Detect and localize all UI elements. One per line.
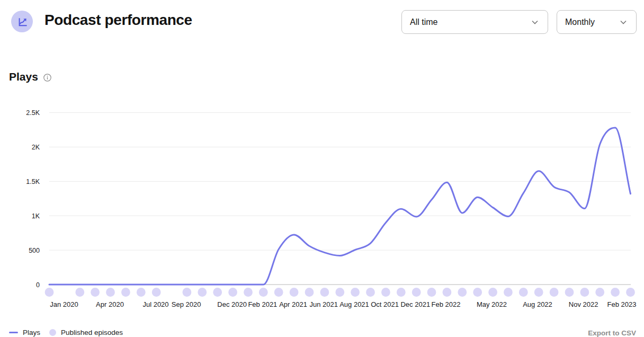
published-episode-dot: [121, 288, 130, 297]
published-episode-dot: [183, 288, 192, 297]
x-tick-label: Aug 2021: [339, 300, 369, 308]
published-episode-dot: [305, 288, 314, 297]
published-episode-dot: [595, 288, 604, 297]
x-tick-label: Feb 2021: [248, 300, 277, 308]
published-episode-dot: [626, 288, 635, 297]
x-tick-label: Apr 2021: [279, 300, 307, 308]
published-episode-dot: [45, 288, 54, 297]
chevron-down-icon: [530, 17, 540, 28]
x-tick-label: Jul 2020: [142, 300, 168, 308]
published-episode-dot: [488, 288, 497, 297]
published-episode-dot: [198, 288, 207, 297]
x-tick-label: Jun 2021: [310, 300, 338, 308]
x-tick-label: Sep 2020: [172, 300, 201, 308]
plays-section-heading: Plays: [9, 70, 51, 83]
published-episode-dot: [152, 288, 161, 297]
published-episode-dot: [335, 288, 344, 297]
x-tick-label: Dec 2021: [400, 300, 430, 308]
published-episode-dot: [534, 288, 543, 297]
published-episode-dot: [75, 288, 84, 297]
published-episode-dot: [519, 288, 528, 297]
trend-chart-icon: [16, 15, 29, 28]
published-episode-dot: [397, 288, 406, 297]
published-episode-dot: [381, 288, 390, 297]
published-episode-dot: [611, 288, 620, 297]
x-tick-label: Feb 2022: [432, 300, 461, 308]
plays-line: [49, 128, 631, 285]
granularity-dropdown[interactable]: Monthly: [557, 10, 637, 34]
published-episode-dot: [550, 288, 559, 297]
published-episode-dot: [412, 288, 421, 297]
x-tick-label: Apr 2020: [96, 300, 124, 308]
published-episode-dot: [351, 288, 360, 297]
y-tick-label: 2.5K: [26, 109, 40, 117]
chevron-down-icon: [618, 17, 629, 28]
published-episode-dot: [504, 288, 513, 297]
y-tick-label: 0: [36, 281, 40, 289]
published-episode-dot-swatch: [49, 329, 56, 336]
x-tick-label: Dec 2020: [217, 300, 247, 308]
published-episode-dot: [244, 288, 253, 297]
y-tick-label: 1K: [32, 212, 40, 220]
legend-published-episodes-label: Published episodes: [61, 329, 123, 336]
published-episode-dot: [137, 288, 146, 297]
x-tick-label: May 2022: [477, 300, 507, 308]
plays-chart: 05001K1.5K2K2.5KJan 2020Apr 2020Jul 2020…: [0, 0, 644, 337]
info-icon[interactable]: [43, 74, 51, 82]
y-tick-label: 1.5K: [26, 178, 40, 185]
y-tick-label: 2K: [32, 144, 40, 151]
time-range-value: All time: [410, 17, 437, 27]
published-episode-dot: [259, 288, 268, 297]
x-tick-label: Jan 2020: [50, 300, 78, 308]
published-episode-dot: [274, 288, 283, 297]
published-episode-dot: [565, 288, 574, 297]
y-tick-label: 500: [29, 247, 40, 254]
published-episode-dot: [473, 288, 482, 297]
published-episode-dot: [320, 288, 329, 297]
x-tick-label: Nov 2022: [569, 300, 598, 308]
export-to-csv-link[interactable]: Export to CSV: [588, 329, 636, 337]
legend-item-plays: Plays: [9, 329, 40, 336]
published-episode-dot: [427, 288, 436, 297]
plays-heading-label: Plays: [9, 70, 38, 83]
podcast-performance-icon: [11, 11, 33, 32]
time-range-dropdown[interactable]: All time: [401, 10, 548, 34]
granularity-value: Monthly: [565, 17, 595, 27]
published-episode-dot: [228, 288, 237, 297]
published-episode-dot: [106, 288, 115, 297]
legend-item-published-episodes: Published episodes: [49, 329, 123, 336]
chart-legend: Plays Published episodes: [9, 329, 123, 336]
page-title: Podcast performance: [44, 12, 192, 29]
x-tick-label: Feb 2023: [607, 300, 637, 308]
published-episode-dot: [458, 288, 467, 297]
published-episode-dot: [366, 288, 375, 297]
published-episode-dot: [443, 288, 452, 297]
published-episode-dot: [213, 288, 222, 297]
plays-line-swatch: [9, 332, 18, 333]
x-tick-label: Oct 2021: [371, 300, 399, 308]
legend-plays-label: Plays: [23, 329, 40, 336]
published-episode-dot: [290, 288, 299, 297]
published-episode-dot: [580, 288, 589, 297]
x-tick-label: Aug 2022: [523, 300, 552, 308]
published-episode-dot: [91, 288, 100, 297]
